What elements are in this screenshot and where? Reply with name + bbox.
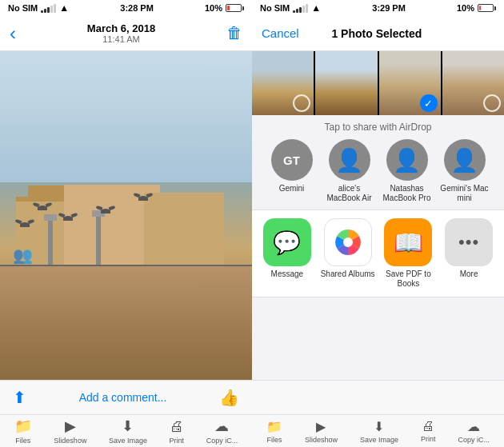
airdrop-avatar-alice: 👤: [329, 139, 370, 181]
photo-strip: ✓: [252, 51, 504, 115]
app-row: 💬 Message: [252, 210, 504, 297]
right-files-icon: 📁: [266, 419, 282, 434]
print-icon: 🖨: [170, 418, 184, 435]
files-icon: 📁: [14, 417, 32, 435]
toolbar-copy[interactable]: ☁ Copy iC...: [206, 417, 238, 445]
more-dots-icon: •••: [458, 232, 479, 253]
share-button[interactable]: ⬆: [13, 388, 26, 407]
photo-selected-title: 1 Photo Selected: [331, 27, 422, 40]
right-battery-pct: 10%: [457, 3, 474, 13]
more-label: More: [460, 269, 478, 279]
thumb-3-selected: ✓: [420, 94, 438, 112]
airdrop-person-gemini-mini[interactable]: 👤 Gemini's Mac mini: [440, 139, 490, 203]
left-time: 3:28 PM: [120, 3, 154, 13]
like-button[interactable]: 👍: [219, 388, 239, 407]
right-print-label: Print: [421, 435, 436, 443]
toolbar-slideshow[interactable]: ▶ Slideshow: [54, 417, 86, 445]
more-icon: •••: [445, 218, 493, 266]
copy-icon: ☁: [214, 417, 229, 435]
thumb-2[interactable]: [315, 51, 377, 115]
photos-icon: [324, 218, 372, 266]
airdrop-label: Tap to share with AirDrop: [252, 115, 504, 136]
books-book-icon: 📖: [394, 229, 423, 257]
pigeon-3: [20, 222, 30, 227]
toolbar-save-image[interactable]: ⬇ Save Image: [109, 417, 147, 445]
right-toolbar-print[interactable]: 🖨 Print: [421, 419, 436, 443]
books-icon: 📖: [384, 218, 432, 266]
files-label: Files: [15, 437, 30, 445]
nav-time: 11:41 AM: [87, 34, 155, 44]
right-carrier: No SIM: [260, 3, 290, 13]
thumb-4-select[interactable]: [483, 94, 501, 112]
left-carrier: No SIM: [8, 3, 38, 13]
column-1: [48, 221, 53, 265]
airdrop-row: GT Gemini 👤 alice's MacBook Air 👤 Natash…: [252, 136, 504, 210]
airdrop-person-natashas[interactable]: 👤 Natashas MacBook Pro: [382, 139, 432, 203]
pigeon-2: [63, 216, 73, 221]
left-nav-bar: ‹ March 6, 2018 11:41 AM 🗑: [0, 16, 252, 51]
thumb-3[interactable]: ✓: [379, 51, 441, 115]
left-status-right: 10%: [205, 3, 244, 13]
cancel-button[interactable]: Cancel: [262, 26, 299, 40]
left-status-left: No SIM ▲: [8, 2, 69, 14]
left-status-bar: No SIM ▲ 3:28 PM 10%: [0, 0, 252, 16]
right-status-bar: No SIM ▲ 3:29 PM 10%: [252, 0, 504, 16]
right-signal-icon: [293, 4, 308, 13]
left-bottom-bar: ⬆ Add a comment... 👍 📁 Files ▶ Slideshow…: [0, 380, 252, 447]
print-label: Print: [170, 437, 185, 445]
people-silhouette: 👥: [13, 245, 33, 265]
right-status-right: 10%: [457, 3, 496, 13]
airdrop-name-gemini-mini: Gemini's Mac mini: [440, 184, 490, 203]
right-slideshow-icon: ▶: [316, 419, 326, 434]
slideshow-label: Slideshow: [54, 437, 86, 445]
right-toolbar-save-image[interactable]: ⬇ Save Image: [360, 419, 398, 444]
right-toolbar-copy[interactable]: ☁ Copy iC...: [458, 419, 490, 444]
right-print-icon: 🖨: [422, 419, 434, 433]
person-silhouette-gemini-mini: 👤: [450, 147, 478, 174]
column-2: [96, 217, 101, 265]
pigeon-1: [38, 206, 47, 210]
app-message[interactable]: 💬 Message: [260, 218, 314, 289]
airdrop-person-alice[interactable]: 👤 alice's MacBook Air: [325, 139, 374, 203]
right-nav-bar: Cancel 1 Photo Selected: [252, 16, 504, 51]
message-icon: 💬: [263, 218, 311, 266]
photos-label: Shared Albums: [321, 269, 375, 279]
message-label: Message: [271, 269, 304, 279]
main-photo: 👥: [0, 51, 252, 380]
svg-point-1: [343, 237, 353, 247]
back-button[interactable]: ‹: [10, 22, 16, 45]
left-wifi-icon: ▲: [59, 2, 69, 14]
right-time: 3:29 PM: [372, 3, 406, 13]
airdrop-person-gemini[interactable]: GT Gemini: [267, 139, 317, 203]
message-bubble-icon: 💬: [273, 229, 301, 256]
books-label: Save PDF to Books: [381, 269, 435, 289]
right-save-image-icon: ⬇: [374, 419, 384, 434]
airdrop-avatar-gemini: GT: [271, 139, 313, 181]
right-toolbar-files[interactable]: 📁 Files: [266, 419, 282, 444]
airdrop-name-natashas: Natashas MacBook Pro: [382, 184, 432, 203]
person-silhouette-alice: 👤: [335, 147, 363, 174]
person-silhouette-natashas: 👤: [393, 147, 421, 174]
app-more[interactable]: ••• More: [442, 218, 496, 289]
right-panel: No SIM ▲ 3:29 PM 10% Cancel 1 Photo Sele…: [252, 0, 504, 447]
nav-date: March 6, 2018: [87, 22, 155, 34]
thumb-4[interactable]: [442, 51, 504, 115]
share-sheet: Tap to share with AirDrop GT Gemini 👤 al…: [252, 115, 504, 380]
toolbar-print[interactable]: 🖨 Print: [170, 418, 185, 445]
right-toolbar-slideshow[interactable]: ▶ Slideshow: [305, 419, 338, 444]
app-photos[interactable]: Shared Albums: [321, 218, 375, 289]
right-status-left: No SIM ▲: [260, 2, 321, 14]
right-battery-icon: [478, 4, 496, 12]
toolbar-files[interactable]: 📁 Files: [14, 417, 32, 445]
right-slideshow-label: Slideshow: [305, 436, 338, 444]
date-display: March 6, 2018 11:41 AM: [87, 22, 155, 44]
app-books[interactable]: 📖 Save PDF to Books: [381, 218, 435, 289]
trash-button[interactable]: 🗑: [226, 24, 242, 42]
left-battery-pct: 10%: [205, 3, 222, 13]
thumb-1[interactable]: [252, 51, 314, 115]
comment-bar: ⬆ Add a comment... 👍: [0, 381, 252, 415]
save-image-icon: ⬇: [122, 417, 134, 435]
right-save-image-label: Save Image: [360, 436, 398, 444]
add-comment-button[interactable]: Add a comment...: [79, 391, 167, 404]
left-panel: No SIM ▲ 3:28 PM 10% ‹ March 6, 2018 11:…: [0, 0, 252, 447]
